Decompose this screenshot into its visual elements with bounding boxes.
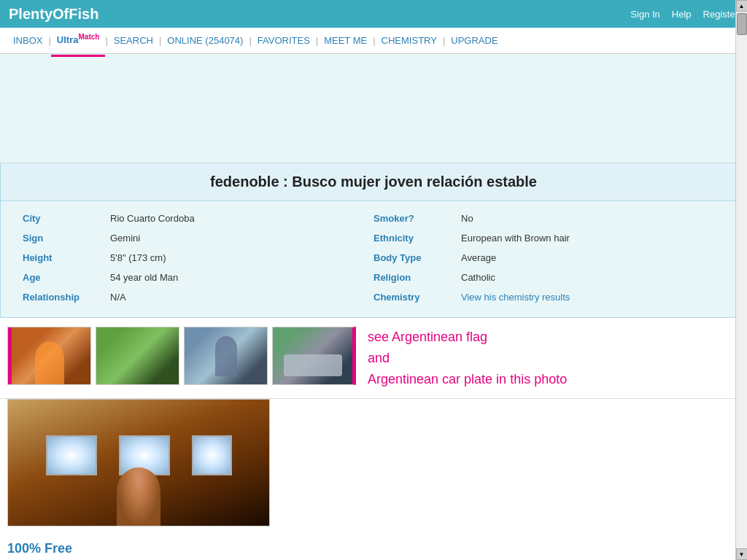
big-photo-section (0, 399, 747, 534)
annotation: see Argentinean flag and Argentinean car… (356, 327, 567, 389)
pink-border-left (8, 327, 12, 384)
chemistry-row: Chemistry View his chemistry results (374, 289, 724, 306)
nav-inbox[interactable]: INBOX (7, 28, 48, 54)
nav-chemistry[interactable]: CHEMISTRY (376, 28, 443, 54)
register-link[interactable]: Register (703, 9, 738, 20)
scrollbar: ▲ ▼ (735, 0, 747, 560)
sign-in-link[interactable]: Sign In (630, 9, 659, 20)
city-label: City (23, 213, 110, 224)
city-row: City Rio Cuarto Cordoba (23, 210, 374, 227)
thumbnail-4[interactable] (272, 327, 356, 385)
help-link[interactable]: Help (672, 9, 692, 20)
annotation-line2: and (368, 348, 567, 369)
age-value: 54 year old Man (110, 272, 178, 283)
photo-person (117, 467, 160, 526)
light-box-3 (192, 435, 232, 475)
chemistry-link[interactable]: View his chemistry results (461, 292, 570, 303)
scroll-down-arrow[interactable]: ▼ (736, 548, 748, 560)
annotation-line1: see Argentinean flag (368, 327, 567, 348)
header-links: Sign In Help Register (630, 9, 738, 20)
free-text: 100% Free (0, 534, 747, 560)
nav-upgrade[interactable]: UPGRADE (445, 28, 503, 54)
age-label: Age (23, 272, 110, 283)
ethnicity-row: Ethnicity European with Brown hair (374, 230, 724, 246)
light-box-1 (46, 435, 97, 475)
profile-info-right: Smoker? No Ethnicity European with Brown… (374, 210, 724, 306)
nav-favorites[interactable]: FAVORITES (252, 28, 316, 54)
profile-info: City Rio Cuarto Cordoba Sign Gemini Heig… (0, 201, 747, 318)
sign-label: Sign (23, 233, 110, 244)
annotation-line3: Argentinean car plate in this photo (368, 369, 567, 390)
ethnicity-value: European with Brown hair (461, 233, 570, 244)
sign-value: Gemini (110, 233, 140, 244)
body-type-row: Body Type Average (374, 249, 724, 266)
city-value: Rio Cuarto Cordoba (110, 213, 195, 224)
scroll-thumb[interactable] (737, 13, 747, 35)
nav-search[interactable]: SEARCH (108, 28, 159, 54)
profile-info-left: City Rio Cuarto Cordoba Sign Gemini Heig… (23, 210, 374, 306)
match-superscript: Match (78, 33, 99, 41)
header: PlentyOfFish Sign In Help Register (0, 0, 747, 28)
age-row: Age 54 year old Man (23, 269, 374, 286)
thumbnail-2[interactable] (96, 327, 179, 385)
smoker-value: No (461, 213, 473, 224)
profile-title: fedenoble : Busco mujer joven relación e… (0, 163, 747, 201)
navbar: INBOX | UltraMatch | SEARCH | ONLINE (25… (0, 28, 747, 54)
scroll-up-arrow[interactable]: ▲ (736, 0, 748, 12)
relationship-value: N/A (110, 292, 126, 303)
nav-meet-me[interactable]: MEET ME (318, 28, 373, 54)
religion-value: Catholic (461, 272, 495, 283)
thumbnail-row (7, 327, 356, 385)
height-value: 5'8" (173 cm) (110, 252, 166, 263)
religion-row: Religion Catholic (374, 269, 724, 286)
chemistry-label: Chemistry (374, 292, 461, 303)
body-type-label: Body Type (374, 252, 461, 263)
site-logo: PlentyOfFish (9, 6, 98, 23)
ad-banner (0, 54, 747, 163)
height-label: Height (23, 252, 110, 263)
thumbnail-3[interactable] (184, 327, 268, 385)
smoker-row: Smoker? No (374, 210, 724, 227)
height-row: Height 5'8" (173 cm) (23, 249, 374, 266)
nav-online[interactable]: ONLINE (254074) (161, 28, 249, 54)
sign-row: Sign Gemini (23, 230, 374, 246)
relationship-row: Relationship N/A (23, 289, 374, 306)
relationship-label: Relationship (23, 292, 110, 303)
ethnicity-label: Ethnicity (374, 233, 461, 244)
body-type-value: Average (461, 252, 496, 263)
photos-section: see Argentinean flag and Argentinean car… (0, 318, 747, 399)
smoker-label: Smoker? (374, 213, 461, 224)
thumbnail-1[interactable] (7, 327, 91, 385)
big-photo-image[interactable] (7, 399, 270, 526)
nav-ultra[interactable]: UltraMatch (51, 24, 106, 57)
religion-label: Religion (374, 272, 461, 283)
